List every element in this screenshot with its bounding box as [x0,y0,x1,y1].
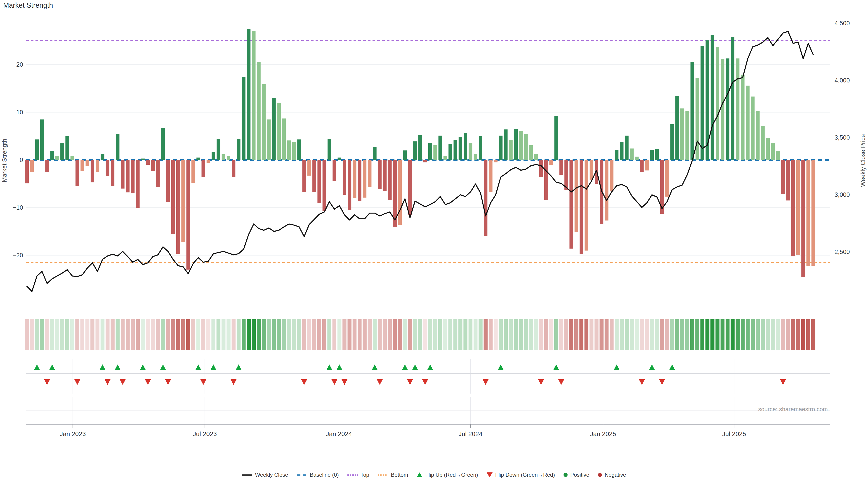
heatmap-cell[interactable] [514,319,518,350]
heatmap-cell[interactable] [257,319,261,350]
heatmap-cell[interactable] [423,319,427,350]
strength-bar[interactable] [212,152,215,160]
strength-bar[interactable] [186,160,190,269]
heatmap-cell[interactable] [585,319,589,350]
heatmap-cell[interactable] [202,319,206,350]
strength-bar[interactable] [771,143,775,160]
heatmap-cell[interactable] [307,319,311,350]
heatmap-cell[interactable] [211,319,215,350]
flip-down-marker[interactable] [44,379,50,385]
strength-bar[interactable] [106,160,110,176]
flip-down-marker[interactable] [377,379,383,385]
heatmap-cell[interactable] [141,319,145,350]
strength-bar[interactable] [454,140,457,160]
strength-bar[interactable] [731,37,735,160]
flip-up-marker[interactable] [327,364,332,370]
heatmap-cell[interactable] [509,319,513,350]
heatmap-cell[interactable] [418,319,422,350]
strength-bar[interactable] [75,160,79,186]
heatmap-cell[interactable] [398,319,402,350]
heatmap-cell[interactable] [131,319,135,350]
strength-bar[interactable] [151,160,155,171]
strength-bar[interactable] [116,134,119,160]
strength-bar[interactable] [222,154,225,160]
heatmap-cell[interactable] [55,319,59,350]
heatmap-cell[interactable] [408,319,412,350]
flip-down-marker[interactable] [659,379,665,385]
strength-bar[interactable] [297,139,301,160]
heatmap-cell[interactable] [413,319,417,350]
strength-bar[interactable] [343,160,346,195]
strength-bar[interactable] [494,160,498,162]
strength-bar[interactable] [86,160,89,166]
legend-item-circle-pos[interactable]: Positive [563,472,589,478]
flip-up-marker[interactable] [402,364,408,370]
heatmap-cell[interactable] [579,319,583,350]
strength-bar[interactable] [35,139,39,160]
strength-bar[interactable] [141,159,145,160]
strength-bar[interactable] [680,108,684,160]
strength-bar[interactable] [368,160,371,187]
heatmap-cell[interactable] [171,319,175,350]
strength-bar[interactable] [650,150,654,160]
heatmap-cell[interactable] [448,319,452,350]
strength-bar[interactable] [801,160,805,277]
strength-bar[interactable] [640,160,644,172]
heatmap-cell[interactable] [610,319,614,350]
strength-bar[interactable] [746,86,749,160]
strength-bar[interactable] [383,160,386,191]
strength-bar[interactable] [272,98,276,160]
strength-bar[interactable] [555,116,558,160]
flip-up-marker[interactable] [614,364,620,370]
heatmap-cell[interactable] [368,319,372,350]
heatmap-cell[interactable] [458,319,463,350]
heatmap-cell[interactable] [539,319,543,350]
flip-up-marker[interactable] [427,364,433,370]
strength-bar[interactable] [227,156,230,160]
heatmap-cell[interactable] [776,319,780,350]
strength-bar[interactable] [605,160,609,221]
heatmap-cell[interactable] [640,319,644,350]
strength-bar[interactable] [191,160,195,183]
strength-bar[interactable] [781,160,785,194]
heatmap-cell[interactable] [630,319,634,350]
strength-bar[interactable] [307,160,311,176]
heatmap-cell[interactable] [786,319,790,350]
strength-bar[interactable] [181,160,185,242]
heatmap-cell[interactable] [594,319,598,350]
heatmap-cell[interactable] [519,319,523,350]
heatmap-cell[interactable] [725,319,730,350]
strength-bar[interactable] [408,160,412,215]
heatmap-cell[interactable] [90,319,94,350]
strength-bar[interactable] [262,84,266,160]
heatmap-cell[interactable] [660,319,664,350]
heatmap-cell[interactable] [75,319,79,350]
strength-bar[interactable] [635,157,639,160]
strength-bar[interactable] [217,139,220,160]
heatmap-cell[interactable] [469,319,473,350]
heatmap-cell[interactable] [338,319,342,350]
strength-bar[interactable] [257,62,260,160]
heatmap-cell[interactable] [40,319,44,350]
heatmap-cell[interactable] [484,319,488,350]
strength-bar[interactable] [312,160,316,192]
flip-down-marker[interactable] [639,379,645,385]
heatmap-cell[interactable] [95,319,99,350]
heatmap-cell[interactable] [473,319,477,350]
heatmap-cell[interactable] [559,319,563,350]
heatmap-cell[interactable] [529,319,533,350]
flip-up-marker[interactable] [34,364,40,370]
strength-bar[interactable] [25,160,29,183]
heatmap-cell[interactable] [247,319,251,350]
legend-item-line[interactable]: Weekly Close [242,472,288,478]
flip-down-marker[interactable] [301,379,307,385]
heatmap-cell[interactable] [206,319,211,350]
legend-item-tri-up[interactable]: Flip Up (Red→Green) [416,472,478,478]
flip-down-marker[interactable] [165,379,171,385]
flip-down-marker[interactable] [342,379,347,385]
weekly-close-line[interactable] [27,31,813,291]
heatmap-cell[interactable] [25,319,29,350]
heatmap-cell[interactable] [151,319,155,350]
strength-bar[interactable] [690,62,694,160]
flip-up-marker[interactable] [498,364,504,370]
